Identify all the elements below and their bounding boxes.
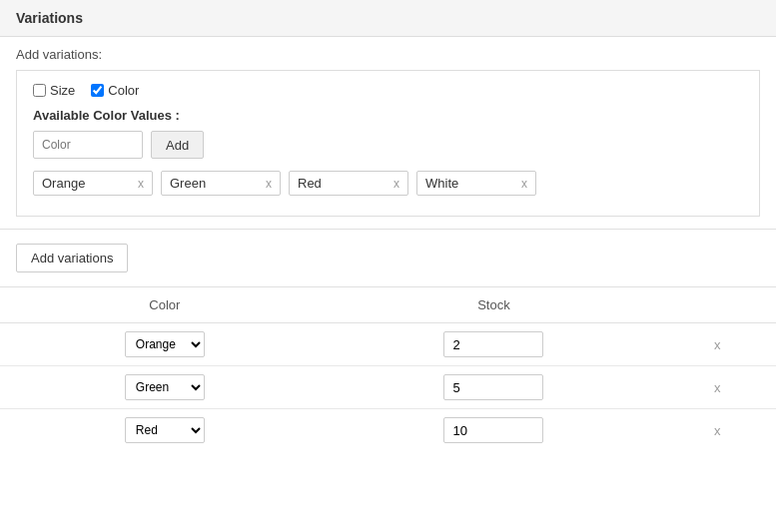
- section-header: Variations: [0, 0, 776, 37]
- color-label: Color: [108, 83, 139, 98]
- table-row: OrangeGreenRedWhitex: [0, 409, 776, 452]
- stock-cell: [330, 323, 659, 366]
- stock-input[interactable]: [443, 417, 543, 443]
- page-container: Variations Add variations: Size Color Av…: [0, 0, 776, 532]
- action-column-header: [658, 287, 776, 323]
- size-checkbox-label[interactable]: Size: [33, 83, 75, 98]
- remove-row-button[interactable]: x: [710, 380, 725, 395]
- remove-row-button[interactable]: x: [710, 423, 725, 438]
- color-select[interactable]: OrangeGreenRedWhite: [125, 331, 205, 357]
- remove-row-button[interactable]: x: [710, 337, 725, 352]
- stock-column-header: Stock: [330, 287, 659, 323]
- color-tag-name: Red: [298, 176, 384, 191]
- color-select[interactable]: OrangeGreenRedWhite: [125, 374, 205, 400]
- remove-cell: x: [658, 323, 776, 366]
- table-row: OrangeGreenRedWhitex: [0, 323, 776, 366]
- add-variations-btn-container: Add variations: [0, 229, 776, 286]
- stock-input[interactable]: [443, 331, 543, 357]
- color-input[interactable]: [33, 131, 143, 159]
- color-tags-container: Orange x Green x Red x White x: [33, 171, 743, 196]
- checkbox-row: Size Color: [33, 83, 743, 98]
- add-variations-label: Add variations:: [0, 37, 776, 70]
- color-tag-name: Orange: [42, 176, 128, 191]
- stock-cell: [330, 409, 659, 452]
- table-row: OrangeGreenRedWhitex: [0, 366, 776, 409]
- color-tag-remove-green[interactable]: x: [266, 177, 272, 191]
- table-header-row: Color Stock: [0, 287, 776, 323]
- color-tag-name: White: [425, 176, 511, 191]
- color-tag-remove-red[interactable]: x: [393, 177, 399, 191]
- remove-cell: x: [658, 366, 776, 409]
- color-column-header: Color: [0, 287, 330, 323]
- size-label: Size: [50, 83, 75, 98]
- available-color-values-label: Available Color Values :: [33, 108, 743, 123]
- color-tag-remove-orange[interactable]: x: [138, 177, 144, 191]
- add-variations-button[interactable]: Add variations: [16, 244, 128, 272]
- color-checkbox[interactable]: [91, 84, 104, 97]
- color-select[interactable]: OrangeGreenRedWhite: [125, 417, 205, 443]
- color-tag: Orange x: [33, 171, 153, 196]
- color-checkbox-label[interactable]: Color: [91, 83, 139, 98]
- color-cell: OrangeGreenRedWhite: [0, 409, 330, 452]
- color-tag-name: Green: [170, 176, 256, 191]
- stock-cell: [330, 366, 659, 409]
- add-color-button[interactable]: Add: [151, 131, 204, 159]
- page-title: Variations: [16, 10, 760, 26]
- variations-table: Color Stock OrangeGreenRedWhitexOrangeGr…: [0, 286, 776, 451]
- color-tag: Red x: [289, 171, 408, 196]
- color-cell: OrangeGreenRedWhite: [0, 323, 330, 366]
- variations-panel: Size Color Available Color Values : Add …: [16, 70, 760, 217]
- color-tag: Green x: [161, 171, 281, 196]
- color-tag-remove-white[interactable]: x: [521, 177, 527, 191]
- color-tag: White x: [416, 171, 536, 196]
- color-input-row: Add: [33, 131, 743, 159]
- size-checkbox[interactable]: [33, 84, 46, 97]
- color-cell: OrangeGreenRedWhite: [0, 366, 330, 409]
- stock-input[interactable]: [443, 374, 543, 400]
- remove-cell: x: [658, 409, 776, 452]
